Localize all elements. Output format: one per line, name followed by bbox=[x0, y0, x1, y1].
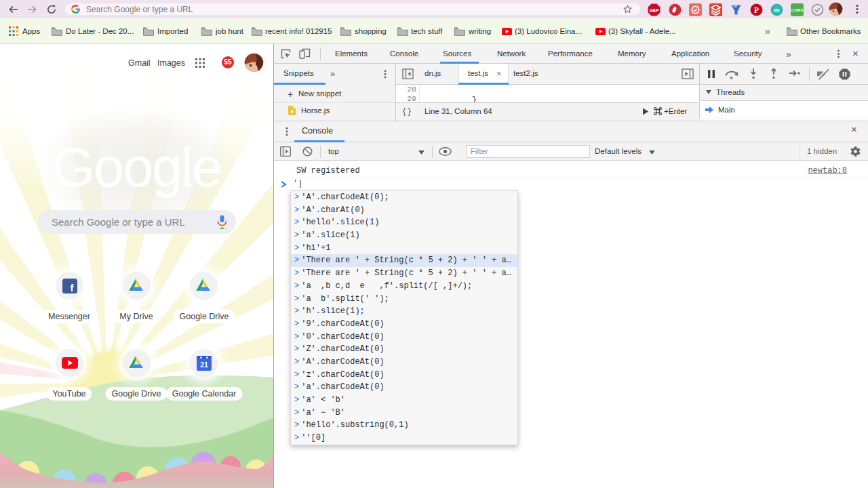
svg-text:21: 21 bbox=[200, 360, 208, 368]
svg-text:CORS: CORS bbox=[791, 8, 803, 12]
svg-text:m: m bbox=[774, 6, 779, 14]
svg-text:P: P bbox=[754, 6, 759, 14]
svg-text:ABP: ABP bbox=[650, 8, 659, 13]
